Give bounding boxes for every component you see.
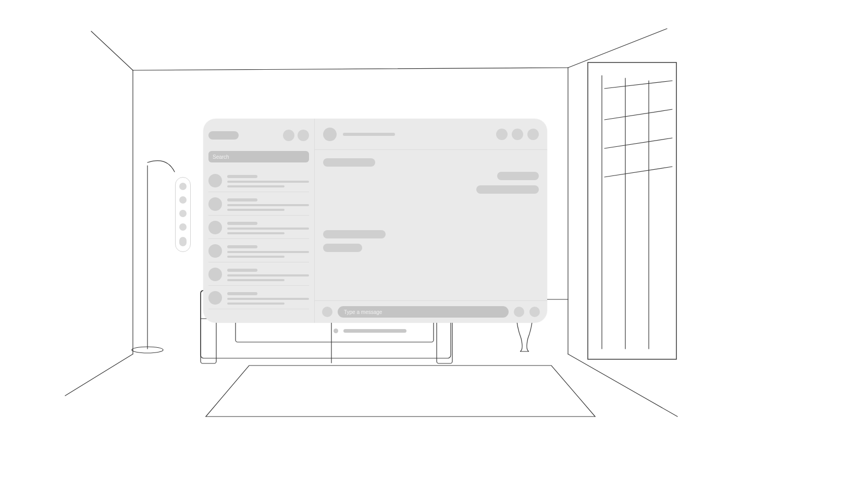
conversation-snippet (227, 274, 309, 276)
conversation-item[interactable] (208, 262, 309, 286)
svg-line-12 (604, 81, 672, 89)
sidebar-header (208, 125, 309, 146)
conversation-name (227, 222, 257, 225)
svg-rect-8 (588, 62, 676, 359)
conversation-list (208, 169, 309, 309)
conversation-name (227, 198, 257, 201)
conversation-name (227, 245, 257, 248)
floating-toolbar[interactable] (175, 177, 191, 252)
search-input[interactable] (208, 151, 309, 162)
conversation-preview (227, 174, 309, 187)
contact-name (343, 133, 395, 136)
conversation-snippet (227, 232, 285, 234)
avatar-icon (208, 268, 222, 281)
conversation-snippet (227, 279, 285, 281)
handle-bar-icon (343, 329, 406, 333)
message-incoming (323, 230, 386, 238)
message-outgoing (497, 172, 539, 180)
window-handle[interactable] (334, 328, 406, 333)
conversation-name (227, 175, 257, 178)
sidebar-title (208, 131, 239, 140)
conversation-snippet (227, 256, 285, 258)
message-incoming (323, 244, 362, 252)
svg-line-5 (65, 354, 133, 396)
info-button[interactable] (527, 129, 539, 140)
conversation-item[interactable] (208, 239, 309, 262)
message-list (315, 150, 547, 300)
conversation-snippet (227, 298, 309, 300)
conversation-name (227, 269, 257, 272)
video-button[interactable] (512, 129, 523, 140)
svg-line-15 (604, 167, 672, 177)
conversation-snippet (227, 303, 285, 305)
toolbar-item-5-icon[interactable] (179, 237, 187, 246)
conversation-snippet (227, 204, 309, 206)
sidebar-more-button[interactable] (298, 130, 309, 141)
message-input[interactable] (338, 306, 509, 318)
svg-line-2 (133, 68, 568, 70)
avatar-icon (208, 291, 222, 305)
message-incoming (323, 158, 375, 167)
chat-pane (315, 119, 547, 323)
conversation-sidebar (203, 119, 315, 323)
conversation-preview (227, 268, 309, 281)
conversation-item[interactable] (208, 192, 309, 216)
conversation-item[interactable] (208, 169, 309, 192)
emoji-button[interactable] (514, 307, 524, 317)
svg-line-1 (568, 29, 667, 68)
conversation-name (227, 292, 257, 295)
conversation-snippet (227, 181, 309, 183)
compose-button[interactable] (283, 130, 294, 141)
conversation-preview (227, 197, 309, 211)
toolbar-item-1-icon[interactable] (179, 183, 187, 190)
handle-dot-icon (334, 329, 338, 333)
avatar-icon (208, 174, 222, 187)
conversation-item[interactable] (208, 286, 309, 309)
call-button[interactable] (496, 129, 508, 140)
svg-line-6 (568, 354, 677, 417)
conversation-preview (227, 244, 309, 258)
message-outgoing (476, 185, 539, 194)
chat-header-actions (496, 129, 539, 140)
sidebar-actions (283, 130, 309, 141)
toolbar-item-3-icon[interactable] (179, 210, 187, 217)
toolbar-item-2-icon[interactable] (179, 196, 187, 204)
svg-point-17 (132, 347, 163, 353)
conversation-preview (227, 221, 309, 234)
contact-avatar-icon[interactable] (323, 128, 337, 141)
svg-line-14 (604, 138, 672, 148)
toolbar-item-4-icon[interactable] (179, 223, 187, 231)
conversation-snippet (227, 209, 285, 211)
send-button[interactable] (529, 307, 540, 317)
attach-button[interactable] (322, 307, 332, 317)
conversation-preview (227, 291, 309, 305)
conversation-snippet (227, 228, 309, 230)
chat-app-window (203, 119, 547, 323)
svg-line-0 (91, 31, 133, 70)
conversation-snippet (227, 251, 309, 253)
avatar-icon (208, 244, 222, 258)
svg-line-13 (604, 109, 672, 120)
avatar-icon (208, 221, 222, 234)
avatar-icon (208, 197, 222, 211)
conversation-snippet (227, 185, 285, 187)
chat-input-bar (315, 300, 547, 323)
chat-header (315, 119, 547, 150)
conversation-item[interactable] (208, 216, 309, 239)
